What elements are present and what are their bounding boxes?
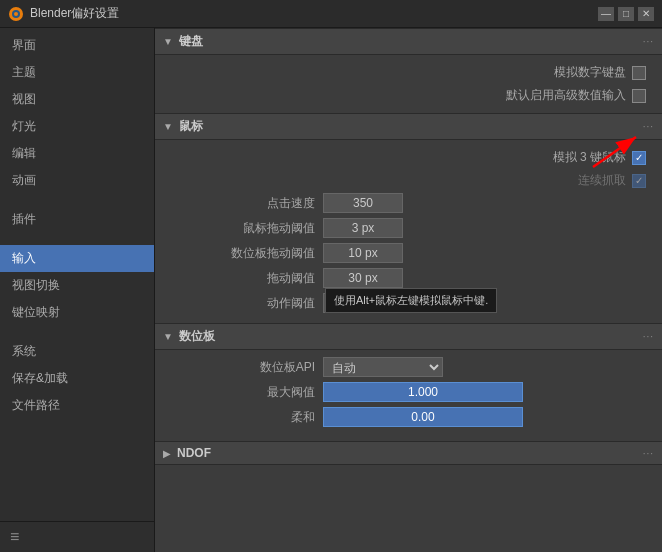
softness-value: 0.00 — [323, 407, 654, 427]
sidebar-item-system[interactable]: 系统 — [0, 338, 154, 365]
keyboard-section-header[interactable]: ▼ 键盘 ··· — [155, 28, 662, 55]
max-pressure-value: 1.000 — [323, 382, 654, 402]
mouse-form: 模拟 3 键鼠标 使用Alt+鼠标左键模拟鼠标中键. 连续抓取 — [155, 140, 662, 323]
tablet-section-label: 数位板 — [179, 328, 215, 345]
main-layout: 界面 主题 视图 灯光 编辑 动画 插件 输入 视图切换 键位映射 系统 保存&… — [0, 28, 662, 552]
tablet-section-header[interactable]: ▼ 数位板 ··· — [155, 323, 662, 350]
window-controls: — □ ✕ — [598, 7, 654, 21]
sidebar-item-animation[interactable]: 动画 — [0, 167, 154, 194]
continuous-grab-checkbox[interactable] — [632, 174, 646, 188]
mouse-section-label: 鼠标 — [179, 118, 203, 135]
close-button[interactable]: ✕ — [638, 7, 654, 21]
keyboard-form: 模拟数字键盘 默认启用高级数值输入 — [155, 55, 662, 113]
mouse-drag-label: 鼠标拖动阈值 — [163, 220, 323, 237]
click-speed-row: 点击速度 350 — [163, 192, 654, 214]
sidebar-item-editing[interactable]: 编辑 — [0, 140, 154, 167]
mouse-drag-input[interactable]: 3 px — [323, 218, 403, 238]
emulate-numpad-checkbox[interactable] — [632, 66, 646, 80]
drag-threshold-input[interactable]: 30 px — [323, 268, 403, 288]
sidebar-item-input[interactable]: 输入 — [0, 245, 154, 272]
sidebar-item-theme[interactable]: 主题 — [0, 59, 154, 86]
motion-threshold-input[interactable]: 2 px — [323, 293, 403, 313]
sidebar-item-navigation[interactable]: 视图切换 — [0, 272, 154, 299]
tablet-drag-label: 数位板拖动阈值 — [163, 245, 323, 262]
tablet-drag-value: 10 px — [323, 243, 654, 263]
mouse-section-header[interactable]: ▼ 鼠标 ··· — [155, 113, 662, 140]
drag-threshold-value: 30 px — [323, 268, 654, 288]
sidebar-separator-2 — [0, 233, 154, 245]
ndof-arrow-icon: ▶ — [163, 448, 171, 459]
sidebar-item-viewport[interactable]: 视图 — [0, 86, 154, 113]
motion-threshold-label: 动作阈值 — [163, 295, 323, 312]
keyboard-section-dots: ··· — [643, 36, 654, 47]
softness-input[interactable]: 0.00 — [323, 407, 523, 427]
sidebar-item-keymaps[interactable]: 键位映射 — [0, 299, 154, 326]
softness-label: 柔和 — [163, 409, 323, 426]
mouse-section-dots: ··· — [643, 121, 654, 132]
sidebar-separator-1 — [0, 194, 154, 206]
red-arrow-indicator — [588, 132, 648, 175]
sidebar-item-addons[interactable]: 插件 — [0, 206, 154, 233]
motion-threshold-row: 动作阈值 2 px — [163, 292, 654, 314]
click-speed-value: 350 — [323, 193, 654, 213]
tablet-api-label: 数位板API — [163, 359, 323, 376]
sidebar-separator-3 — [0, 326, 154, 338]
default-numpad-row: 默认启用高级数值输入 — [163, 84, 654, 107]
emulate-3btn-row: 模拟 3 键鼠标 — [163, 146, 654, 169]
tablet-drag-row: 数位板拖动阈值 10 px — [163, 242, 654, 264]
content-area: ▼ 键盘 ··· 模拟数字键盘 默认启用高级数值输入 ▼ 鼠标 ··· 模拟 3… — [155, 28, 662, 552]
drag-threshold-label: 拖动阈值 — [163, 270, 323, 287]
mouse-drag-row: 鼠标拖动阈值 3 px — [163, 217, 654, 239]
default-numpad-checkbox[interactable] — [632, 89, 646, 103]
tablet-form: 数位板API 自动 Windows Ink Wintab 最大阀值 1.000 — [155, 350, 662, 437]
click-speed-label: 点击速度 — [163, 195, 323, 212]
sidebar-item-interface[interactable]: 界面 — [0, 32, 154, 59]
minimize-button[interactable]: — — [598, 7, 614, 21]
motion-threshold-value: 2 px — [323, 293, 654, 313]
mouse-arrow-icon: ▼ — [163, 121, 173, 132]
tablet-api-row: 数位板API 自动 Windows Ink Wintab — [163, 356, 654, 378]
tablet-section-dots: ··· — [643, 331, 654, 342]
sidebar-item-filepath[interactable]: 文件路径 — [0, 392, 154, 419]
default-numpad-label: 默认启用高级数值输入 — [506, 87, 626, 104]
title-bar: Blender偏好设置 — □ ✕ — [0, 0, 662, 28]
ndof-section-label: NDOF — [177, 446, 211, 460]
drag-threshold-row: 拖动阈值 30 px — [163, 267, 654, 289]
softness-row: 柔和 0.00 — [163, 406, 654, 428]
tablet-drag-input[interactable]: 10 px — [323, 243, 403, 263]
mouse-drag-value: 3 px — [323, 218, 654, 238]
tablet-api-select[interactable]: 自动 Windows Ink Wintab — [323, 357, 443, 377]
hamburger-icon[interactable]: ≡ — [10, 528, 19, 545]
ndof-section-header[interactable]: ▶ NDOF ··· — [155, 441, 662, 465]
sidebar-item-saveload[interactable]: 保存&加载 — [0, 365, 154, 392]
sidebar: 界面 主题 视图 灯光 编辑 动画 插件 输入 视图切换 键位映射 系统 保存&… — [0, 28, 155, 552]
emulate-numpad-row: 模拟数字键盘 — [163, 61, 654, 84]
svg-point-2 — [14, 12, 18, 16]
keyboard-section-label: 键盘 — [179, 33, 203, 50]
tablet-arrow-icon: ▼ — [163, 331, 173, 342]
ndof-section-dots: ··· — [643, 448, 654, 459]
app-icon — [8, 6, 24, 22]
continuous-grab-row: 连续抓取 — [163, 169, 654, 192]
ndof-section: ▶ NDOF ··· — [155, 441, 662, 465]
tablet-api-value: 自动 Windows Ink Wintab — [323, 357, 654, 377]
click-speed-input[interactable]: 350 — [323, 193, 403, 213]
max-pressure-label: 最大阀值 — [163, 384, 323, 401]
sidebar-footer: ≡ — [0, 521, 154, 552]
max-pressure-input[interactable]: 1.000 — [323, 382, 523, 402]
sidebar-item-lights[interactable]: 灯光 — [0, 113, 154, 140]
max-pressure-row: 最大阀值 1.000 — [163, 381, 654, 403]
emulate-numpad-label: 模拟数字键盘 — [554, 64, 626, 81]
keyboard-arrow-icon: ▼ — [163, 36, 173, 47]
svg-line-4 — [593, 137, 636, 167]
window-title: Blender偏好设置 — [30, 5, 598, 22]
maximize-button[interactable]: □ — [618, 7, 634, 21]
